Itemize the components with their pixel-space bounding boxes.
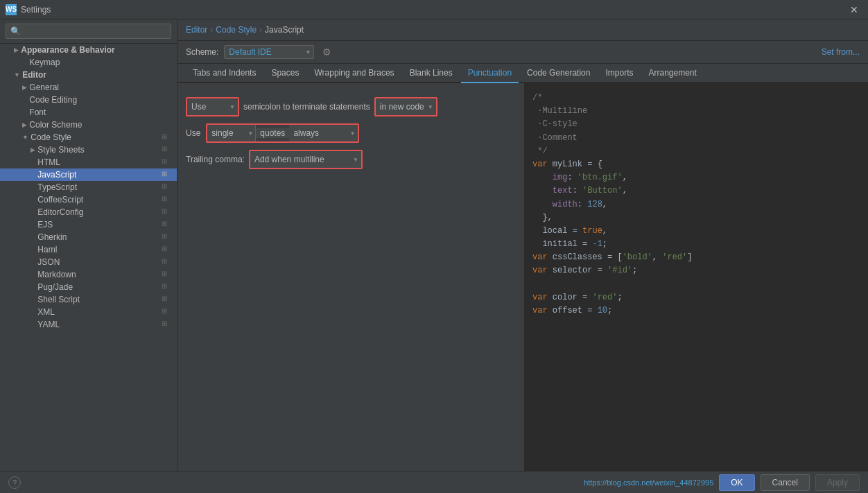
sidebar-item-label: YAML bbox=[37, 320, 162, 329]
sidebar-item-xml[interactable]: ▶ XML ⊞ bbox=[0, 306, 177, 318]
sidebar-item-coffeescript[interactable]: ▶ CoffeeScript ⊞ bbox=[0, 193, 177, 206]
sidebar-item-code-editing[interactable]: ▶ Code Editing bbox=[0, 94, 177, 106]
sidebar-item-ejs[interactable]: ▶ EJS ⊞ bbox=[0, 218, 177, 231]
semicolon-use-dropdown[interactable]: Use Don't use bbox=[187, 98, 238, 115]
sidebar-item-label: CoffeeScript bbox=[37, 195, 162, 205]
sidebar-copy-icon: ⊞ bbox=[162, 182, 171, 192]
sidebar-item-typescript[interactable]: ▶ TypeScript ⊞ bbox=[0, 181, 177, 193]
right-panel: Editor › Code Style › JavaScript Scheme:… bbox=[177, 19, 868, 471]
sidebar-copy-icon: ⊞ bbox=[162, 320, 171, 329]
sidebar-item-editorconfig[interactable]: ▶ EditorConfig ⊞ bbox=[0, 206, 177, 218]
trailing-comma-row: Trailing comma: Add when multiline Alway… bbox=[186, 150, 516, 169]
gear-button[interactable]: ⚙ bbox=[320, 45, 334, 59]
sidebar-item-appearance[interactable]: ▶ Appearance & Behavior bbox=[0, 44, 177, 56]
semicolon-label: semicolon to terminate statements bbox=[243, 102, 370, 112]
breadcrumb-sep1: › bbox=[210, 25, 213, 35]
sidebar-item-editor[interactable]: ▼ Editor bbox=[0, 69, 177, 81]
sidebar-item-general[interactable]: ▶ General bbox=[0, 81, 177, 94]
sidebar-item-label: Gherkin bbox=[37, 232, 162, 242]
sidebar-copy-icon: ⊞ bbox=[162, 170, 171, 180]
sidebar-item-label: Pug/Jade bbox=[37, 282, 162, 292]
sidebar-item-label: Markdown bbox=[37, 270, 162, 279]
sidebar-item-code-style[interactable]: ▼ Code Style ⊞ bbox=[0, 131, 177, 144]
sidebar-copy-icon: ⊞ bbox=[162, 195, 171, 205]
bottom-right: https://blog.csdn.net/weixin_44872995 OK… bbox=[584, 474, 860, 491]
close-button[interactable]: ✕ bbox=[846, 3, 862, 17]
quotes-middle-label: quotes bbox=[256, 128, 289, 138]
sidebar-item-style-sheets[interactable]: ▶ Style Sheets ⊞ bbox=[0, 144, 177, 156]
quotes-row: Use single double quotes always bbox=[186, 123, 516, 143]
trailing-comma-label: Trailing comma: bbox=[186, 155, 245, 164]
settings-pane: Use Don't use semicolon to terminate sta… bbox=[177, 83, 524, 471]
content-area: Use Don't use semicolon to terminate sta… bbox=[177, 83, 868, 471]
sidebar-item-json[interactable]: ▶ JSON ⊞ bbox=[0, 256, 177, 268]
sidebar-copy-icon: ⊞ bbox=[162, 307, 171, 317]
bottom-bar: ? https://blog.csdn.net/weixin_44872995 … bbox=[0, 471, 868, 493]
sidebar-item-label: Shell Script bbox=[37, 295, 162, 304]
sidebar-copy-icon: ⊞ bbox=[162, 145, 171, 155]
tab-arrangement[interactable]: Arrangement bbox=[641, 64, 703, 83]
sidebar: ▶ Appearance & Behavior ▶ Keymap ▼ Edito… bbox=[0, 19, 177, 471]
quotes-always-dropdown[interactable]: always when required never bbox=[289, 125, 358, 141]
sidebar-item-label: Style Sheets bbox=[37, 145, 162, 155]
tab-punctuation[interactable]: Punctuation bbox=[461, 64, 519, 83]
sidebar-copy-icon: ⊞ bbox=[162, 220, 171, 230]
sidebar-copy-icon: ⊞ bbox=[162, 157, 171, 167]
breadcrumb-javascript: JavaScript bbox=[265, 25, 304, 35]
sidebar-item-font[interactable]: ▶ Font bbox=[0, 106, 177, 119]
app-icon: WS bbox=[6, 4, 17, 15]
sidebar-item-label: Color Scheme bbox=[29, 120, 171, 130]
breadcrumb-editor[interactable]: Editor bbox=[186, 25, 207, 35]
sidebar-item-color-scheme[interactable]: ▶ Color Scheme bbox=[0, 119, 177, 131]
tab-wrapping-braces[interactable]: Wrapping and Braces bbox=[307, 64, 401, 83]
sidebar-item-shell-script[interactable]: ▶ Shell Script ⊞ bbox=[0, 293, 177, 306]
sidebar-item-label: JavaScript bbox=[37, 170, 162, 180]
sidebar-item-label: Editor bbox=[22, 70, 171, 80]
sidebar-item-markdown[interactable]: ▶ Markdown ⊞ bbox=[0, 268, 177, 281]
sidebar-item-keymap[interactable]: ▶ Keymap bbox=[0, 56, 177, 69]
window-title: Settings bbox=[21, 5, 51, 15]
tab-blank-lines[interactable]: Blank Lines bbox=[403, 64, 460, 83]
sidebar-item-label: TypeScript bbox=[37, 182, 162, 192]
sidebar-item-label: EditorConfig bbox=[37, 207, 162, 217]
quotes-single-dropdown[interactable]: single double bbox=[207, 125, 256, 141]
trailing-comma-dropdown[interactable]: Add when multiline Always Never bbox=[250, 151, 361, 168]
sidebar-item-yaml[interactable]: ▶ YAML ⊞ bbox=[0, 318, 177, 331]
sidebar-copy-icon: ⊞ bbox=[162, 282, 171, 292]
tabs-row: Tabs and Indents Spaces Wrapping and Bra… bbox=[177, 64, 868, 83]
sidebar-item-javascript[interactable]: ▶ JavaScript ⊞ bbox=[0, 168, 177, 181]
help-button[interactable]: ? bbox=[8, 476, 21, 489]
code-preview: /* ·Multiline ·C-style ·Comment */ var m… bbox=[524, 83, 868, 471]
sidebar-copy-icon: ⊞ bbox=[162, 232, 171, 242]
sidebar-item-label: Appearance & Behavior bbox=[21, 45, 171, 55]
semicolon-when-dropdown[interactable]: in new code always never bbox=[376, 98, 436, 115]
sidebar-item-gherkin[interactable]: ▶ Gherkin ⊞ bbox=[0, 231, 177, 243]
sidebar-copy-icon: ⊞ bbox=[162, 257, 171, 267]
apply-button[interactable]: Apply bbox=[815, 474, 860, 491]
breadcrumb-code-style[interactable]: Code Style bbox=[216, 25, 257, 35]
url-text: https://blog.csdn.net/weixin_44872995 bbox=[584, 478, 713, 487]
scheme-row: Scheme: Default IDE ⚙ Set from... bbox=[177, 41, 868, 64]
semicolon-row: Use Don't use semicolon to terminate sta… bbox=[186, 97, 516, 116]
sidebar-item-label: Code Style bbox=[31, 132, 162, 142]
ok-button[interactable]: OK bbox=[719, 474, 754, 491]
sidebar-item-pug-jade[interactable]: ▶ Pug/Jade ⊞ bbox=[0, 281, 177, 293]
tab-imports[interactable]: Imports bbox=[598, 64, 640, 83]
scheme-dropdown[interactable]: Default IDE bbox=[224, 45, 314, 59]
tab-spaces[interactable]: Spaces bbox=[264, 64, 306, 83]
search-input[interactable] bbox=[6, 24, 171, 39]
sidebar-copy-icon: ⊞ bbox=[162, 132, 171, 142]
sidebar-item-label: General bbox=[29, 83, 171, 92]
cancel-button[interactable]: Cancel bbox=[761, 474, 810, 491]
sidebar-item-label: XML bbox=[37, 307, 162, 317]
sidebar-item-label: Font bbox=[29, 107, 171, 117]
set-from-link[interactable]: Set from... bbox=[822, 47, 860, 57]
tab-tabs-indents[interactable]: Tabs and Indents bbox=[186, 64, 263, 83]
scheme-label: Scheme: bbox=[186, 47, 218, 57]
breadcrumb: Editor › Code Style › JavaScript bbox=[177, 19, 868, 41]
sidebar-item-label: EJS bbox=[37, 220, 162, 230]
sidebar-item-html[interactable]: ▶ HTML ⊞ bbox=[0, 156, 177, 168]
tab-code-generation[interactable]: Code Generation bbox=[520, 64, 597, 83]
sidebar-item-label: Code Editing bbox=[29, 95, 171, 105]
sidebar-item-haml[interactable]: ▶ Haml ⊞ bbox=[0, 243, 177, 256]
